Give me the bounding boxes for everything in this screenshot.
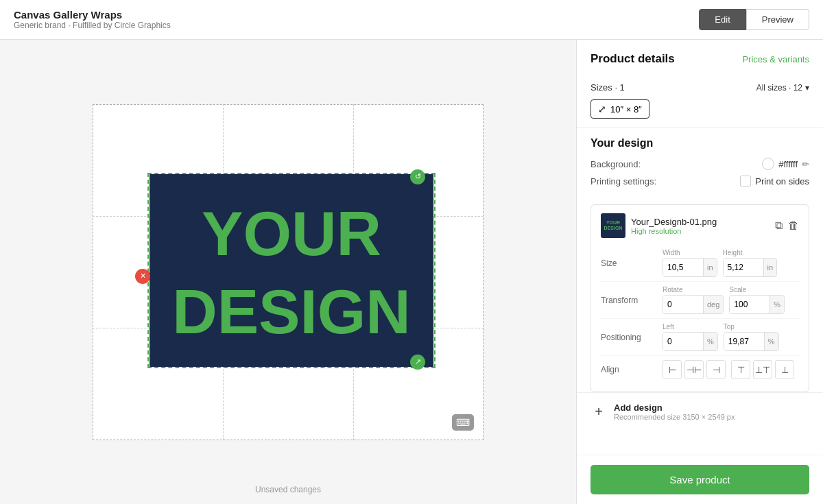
height-input[interactable]: [724, 259, 763, 276]
positioning-prop-row: Positioning Left % Top %: [601, 319, 799, 356]
app-header: Canvas Gallery Wraps Generic brand · Ful…: [0, 0, 823, 40]
align-vertical-buttons: ⊤ ⊥⊤ ⊥: [731, 360, 794, 379]
add-design-subtitle: Recommended size 3150 × 2549 px: [614, 413, 735, 421]
align-prop-row: Align ⊢ ⊣⊢ ⊣ ⊤ ⊥⊤ ⊥: [601, 356, 799, 383]
panel-title: Product details: [591, 52, 675, 66]
background-label: Background:: [591, 159, 673, 169]
align-top-button[interactable]: ⊤: [731, 360, 750, 379]
scale-label: Scale: [729, 286, 785, 293]
scale-input[interactable]: [730, 296, 770, 313]
file-card-info: YOURDESIGN Your_Designb-01.png High reso…: [601, 213, 717, 238]
rotate-unit: deg: [703, 296, 723, 313]
left-input[interactable]: [663, 333, 703, 350]
app-title: Canvas Gallery Wraps: [14, 9, 171, 21]
file-card-actions: ⧉ 🗑: [775, 219, 799, 232]
top-input[interactable]: [724, 333, 764, 350]
printing-row: Printing settings: Print on sides: [591, 176, 809, 187]
height-group: Height in: [723, 249, 778, 277]
background-row: Background: #ffffff ✏: [591, 158, 809, 170]
canvas-container: YOUR YOUR DESIGN DESIGN ✕ ↺ ↗ ⌨: [93, 104, 484, 440]
panel-header: Product details Prices & variants: [577, 40, 823, 74]
size-prop-row: Size Width in Height in: [601, 245, 799, 282]
handle-remove[interactable]: ✕: [135, 269, 150, 284]
align-horizontal-buttons: ⊢ ⊣⊢ ⊣: [663, 360, 726, 379]
keyboard-icon[interactable]: ⌨: [452, 414, 474, 431]
file-status: High resolution: [631, 227, 717, 235]
chevron-down-icon: ▾: [805, 83, 809, 93]
svg-text:DESIGN: DESIGN: [172, 276, 411, 346]
canvas-area: YOUR YOUR DESIGN DESIGN ✕ ↺ ↗ ⌨ Unsaved …: [0, 40, 576, 504]
rotate-label: Rotate: [663, 286, 724, 293]
printing-value: Print on sides: [740, 176, 809, 187]
your-design-section-title: Your design: [591, 137, 809, 149]
width-label: Width: [663, 249, 717, 256]
rotate-group: Rotate deg: [663, 286, 724, 314]
rotate-input[interactable]: [663, 296, 703, 313]
size-chip[interactable]: ⤢ 10″ × 8″: [591, 99, 649, 119]
main-layout: YOUR YOUR DESIGN DESIGN ✕ ↺ ↗ ⌨ Unsaved …: [0, 40, 823, 504]
file-thumbnail: YOURDESIGN: [601, 213, 625, 238]
your-design-section: Your design Background: #ffffff ✏ Printi…: [577, 128, 823, 202]
positioning-prop-fields: Left % Top %: [663, 323, 799, 351]
edit-color-icon[interactable]: ✏: [802, 159, 809, 169]
add-design-row[interactable]: + Add design Recommended size 3150 × 254…: [577, 392, 823, 431]
positioning-prop-label: Positioning: [601, 333, 663, 342]
handle-resize-tr[interactable]: ↺: [410, 169, 425, 184]
width-input[interactable]: [663, 259, 703, 276]
app-subtitle: Generic brand · Fulfilled by Circle Grap…: [14, 21, 171, 30]
transform-prop-row: Transform Rotate deg Scale %: [601, 282, 799, 319]
delete-file-button[interactable]: 🗑: [788, 219, 799, 232]
top-unit: %: [764, 333, 778, 350]
edit-button[interactable]: Edit: [699, 9, 746, 30]
size-prop-fields: Width in Height in: [663, 249, 799, 277]
height-input-wrap: in: [723, 258, 778, 277]
left-group: Left %: [663, 323, 718, 351]
left-label: Left: [663, 323, 718, 331]
align-middle-v-button[interactable]: ⊥⊤: [753, 360, 772, 379]
top-label: Top: [724, 323, 779, 331]
file-card-header: YOURDESIGN Your_Designb-01.png High reso…: [601, 213, 799, 238]
height-label: Height: [723, 249, 778, 256]
design-box[interactable]: YOUR YOUR DESIGN DESIGN: [147, 173, 436, 368]
file-meta: Your_Designb-01.png High resolution: [631, 217, 717, 235]
align-center-h-button[interactable]: ⊣⊢: [684, 360, 704, 379]
top-group: Top %: [724, 323, 779, 351]
align-right-button[interactable]: ⊣: [706, 360, 726, 379]
align-left-button[interactable]: ⊢: [663, 360, 682, 379]
header-actions: Edit Preview: [699, 9, 809, 30]
width-group: Width in: [663, 249, 717, 277]
save-product-button[interactable]: Save product: [591, 465, 809, 494]
align-bottom-button[interactable]: ⊥: [775, 360, 794, 379]
design-graphic: YOUR YOUR DESIGN DESIGN: [149, 174, 434, 367]
unsaved-label: Unsaved changes: [255, 485, 321, 494]
sizes-count-label: Sizes · 1: [591, 82, 625, 93]
copy-file-button[interactable]: ⧉: [775, 219, 783, 232]
transform-prop-label: Transform: [601, 296, 663, 305]
print-on-sides-checkbox[interactable]: [740, 176, 751, 187]
sizes-row: Sizes · 1 All sizes · 12 ▾: [591, 82, 809, 93]
left-unit: %: [703, 333, 717, 350]
scale-unit: %: [770, 296, 784, 313]
width-unit: in: [703, 259, 717, 276]
rotate-input-wrap: deg: [663, 295, 724, 314]
file-card: YOURDESIGN Your_Designb-01.png High reso…: [591, 204, 809, 392]
transform-prop-fields: Rotate deg Scale %: [663, 286, 799, 314]
handle-resize-br[interactable]: ↗: [410, 355, 425, 370]
background-value: #ffffff ✏: [762, 158, 809, 170]
width-input-wrap: in: [663, 258, 717, 277]
resize-icon: ⤢: [598, 104, 606, 115]
left-input-wrap: %: [663, 332, 718, 351]
color-swatch[interactable]: [762, 158, 774, 170]
sizes-section: Sizes · 1 All sizes · 12 ▾ ⤢ 10″ × 8″: [577, 74, 823, 128]
file-name: Your_Designb-01.png: [631, 217, 717, 227]
printing-label: Printing settings:: [591, 176, 673, 187]
prices-variants-link[interactable]: Prices & variants: [742, 54, 809, 64]
print-on-sides-label: Print on sides: [755, 176, 809, 187]
align-buttons-container: ⊢ ⊣⊢ ⊣ ⊤ ⊥⊤ ⊥: [663, 360, 799, 379]
add-design-title: Add design: [614, 403, 735, 413]
all-sizes-button[interactable]: All sizes · 12 ▾: [756, 83, 809, 93]
svg-text:YOUR: YOUR: [202, 199, 381, 268]
height-unit: in: [763, 259, 777, 276]
preview-button[interactable]: Preview: [746, 9, 809, 30]
right-panel: Product details Prices & variants Sizes …: [576, 40, 823, 504]
